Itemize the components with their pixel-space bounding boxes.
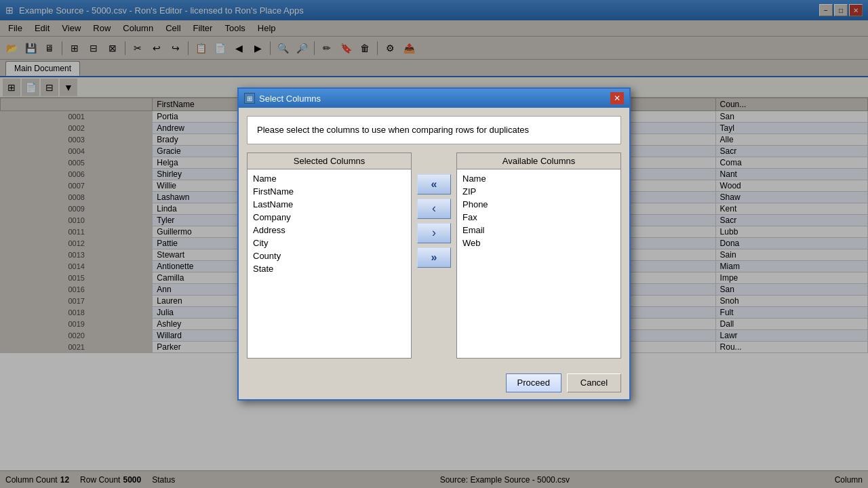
available-columns-list[interactable]: NameZIPPhoneFaxEmailWeb bbox=[456, 169, 621, 359]
selected-columns-panel: Selected Columns NameFirstNameLastNameCo… bbox=[247, 152, 412, 359]
selected-columns-header: Selected Columns bbox=[247, 152, 412, 169]
selected-column-item[interactable]: State bbox=[248, 262, 411, 275]
modal-footer: Proceed Cancel bbox=[239, 367, 629, 399]
modal-icon: ⊞ bbox=[244, 93, 255, 104]
selected-column-item[interactable]: Name bbox=[248, 172, 411, 185]
available-column-item[interactable]: Email bbox=[457, 224, 620, 237]
move-all-right-button[interactable]: » bbox=[417, 247, 451, 268]
modal-title: ⊞ Select Columns bbox=[244, 93, 321, 104]
selected-column-item[interactable]: Address bbox=[248, 224, 411, 237]
selected-column-item[interactable]: LastName bbox=[248, 198, 411, 211]
selected-column-item[interactable]: Company bbox=[248, 211, 411, 224]
columns-area: Selected Columns NameFirstNameLastNameCo… bbox=[247, 152, 621, 359]
modal-title-bar: ⊞ Select Columns ✕ bbox=[239, 89, 629, 108]
move-all-left-button[interactable]: « bbox=[417, 174, 451, 195]
available-column-item[interactable]: Phone bbox=[457, 198, 620, 211]
modal-close-button[interactable]: ✕ bbox=[610, 92, 624, 104]
select-columns-modal: ⊞ Select Columns ✕ Please select the col… bbox=[237, 87, 631, 401]
modal-overlay: ⊞ Select Columns ✕ Please select the col… bbox=[0, 0, 868, 488]
cancel-button[interactable]: Cancel bbox=[567, 373, 621, 392]
selected-column-item[interactable]: County bbox=[248, 249, 411, 262]
proceed-button[interactable]: Proceed bbox=[506, 373, 561, 392]
move-right-button[interactable]: › bbox=[417, 223, 451, 243]
available-column-item[interactable]: Fax bbox=[457, 211, 620, 224]
selected-columns-list[interactable]: NameFirstNameLastNameCompanyAddressCityC… bbox=[247, 169, 412, 359]
modal-body: Please select the columns to use when co… bbox=[239, 108, 629, 367]
available-column-item[interactable]: ZIP bbox=[457, 185, 620, 198]
available-columns-header: Available Columns bbox=[456, 152, 621, 169]
available-column-item[interactable]: Name bbox=[457, 172, 620, 185]
available-column-item[interactable]: Web bbox=[457, 237, 620, 249]
available-columns-panel: Available Columns NameZIPPhoneFaxEmailWe… bbox=[456, 152, 621, 359]
selected-column-item[interactable]: City bbox=[248, 237, 411, 249]
move-left-button[interactable]: ‹ bbox=[417, 199, 451, 219]
selected-column-item[interactable]: FirstName bbox=[248, 185, 411, 198]
modal-description: Please select the columns to use when co… bbox=[247, 116, 621, 144]
arrow-buttons: « ‹ › » bbox=[417, 152, 451, 268]
